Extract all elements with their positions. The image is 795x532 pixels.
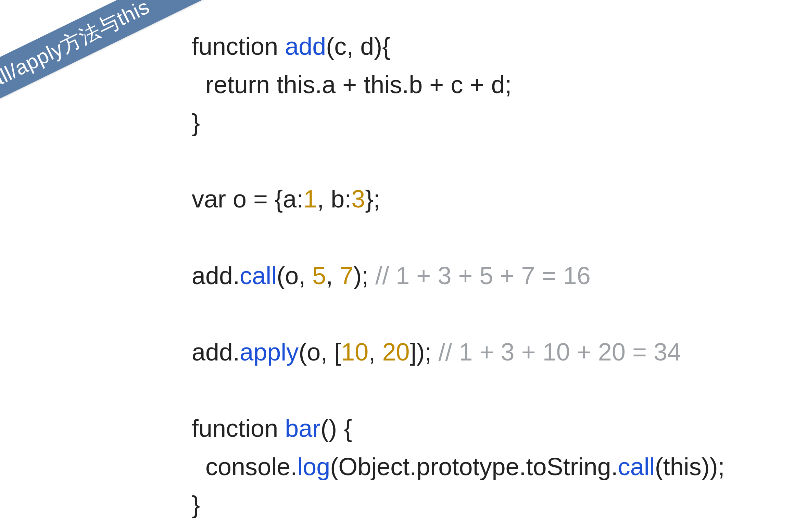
code-token: } [192,109,200,136]
code-token: var o = {a: [192,185,303,213]
code-token: // 1 + 3 + 10 + 20 = 34 [439,338,681,366]
code-token: return this.a + this.b + c + d; [192,71,512,98]
code-token: , [326,262,340,289]
code-block: function add(c, d){ return this.a + this… [192,27,725,532]
code-token: (Object.prototype.toString. [330,453,618,480]
code-token: add [285,33,326,60]
code-token: log [297,453,330,480]
code-token: 5 [312,262,326,289]
code-line: function bar() { [192,409,725,448]
code-token: (o, [277,262,312,289]
code-token: 20 [382,338,409,366]
code-token: add. [192,262,240,289]
code-line: console.log(Object.prototype.toString.ca… [192,448,725,486]
code-token: (c, d){ [326,33,390,60]
code-token: } [192,491,200,518]
code-token: function [192,33,285,60]
code-token: 7 [340,262,353,289]
code-token: }; [365,185,380,213]
code-token: () { [320,415,352,442]
code-line [192,142,725,180]
code-token: ); [353,262,375,289]
code-token: 3 [351,185,365,213]
code-token: (this)); [655,453,725,480]
code-token: ]); [410,338,439,366]
code-line: function add(c, d){ [192,27,725,66]
code-token: console. [192,453,297,480]
code-token: // 1 + 3 + 5 + 7 = 16 [375,262,591,289]
code-token: 10 [341,338,368,366]
code-token: (o, [ [299,338,341,366]
code-line: var o = {a:1, b:3}; [192,180,725,218]
code-line [192,371,725,409]
code-token: call [618,453,655,480]
ribbon-label: call/apply方法与this [0,0,212,130]
code-token: function [192,415,285,442]
code-token: add. [192,338,240,366]
code-token: apply [240,338,299,366]
code-line [192,218,725,257]
code-token: , [368,338,382,366]
code-token: , b: [317,185,351,213]
code-token: bar [285,415,320,442]
code-token: call [240,262,277,289]
code-line: add.call(o, 5, 7); // 1 + 3 + 5 + 7 = 16 [192,257,725,295]
code-line [192,524,725,532]
code-token: 1 [303,185,317,213]
code-line [192,295,725,333]
code-line: } [192,104,725,142]
code-line: add.apply(o, [10, 20]); // 1 + 3 + 10 + … [192,333,725,371]
code-line: } [192,486,725,524]
code-line: return this.a + this.b + c + d; [192,66,725,104]
